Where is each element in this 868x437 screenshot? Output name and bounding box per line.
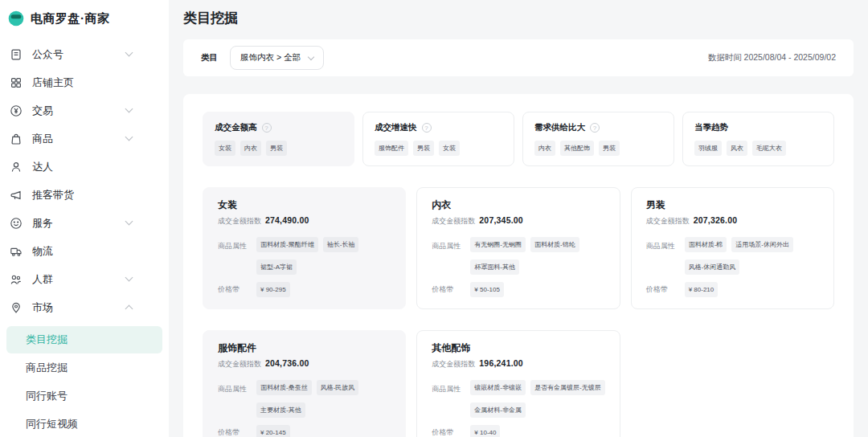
category-tag: 内衣 <box>240 141 261 156</box>
category-card-title: 服饰配件 <box>218 341 391 355</box>
price-label: 价格带 <box>432 427 470 437</box>
attribute-tag: 风格-民族风 <box>317 380 359 395</box>
attribute-tag: 面料材质-棉 <box>685 237 727 252</box>
summary-card-title: 成交金额高 <box>215 122 257 133</box>
sidebar-item-dianpu-zhuye[interactable]: 店铺主页 <box>6 68 162 96</box>
brand-header: 电商罗盘·商家 <box>6 6 162 31</box>
category-card-nanzhuang[interactable]: 男装 成交金额指数 207,326.00 商品属性 面料材质-棉 适用场景-休闲… <box>631 187 834 309</box>
chevron-down-icon <box>125 105 133 113</box>
truck-icon <box>10 245 23 258</box>
help-icon[interactable] <box>262 123 272 133</box>
attribute-tag: 杯罩面料-其他 <box>470 259 519 275</box>
megaphone-icon <box>10 189 23 202</box>
sidebar-item-shangpin[interactable]: 商品 <box>6 125 162 153</box>
summary-card-title: 成交增速快 <box>375 122 417 133</box>
sidebar-subitem-label: 类目挖掘 <box>26 333 68 347</box>
help-icon[interactable] <box>590 123 600 133</box>
sidebar-item-label: 店铺主页 <box>32 76 74 90</box>
category-card-qita-peishi[interactable]: 其他配饰 成交金额指数 196,241.00 商品属性 镶嵌材质-非镶嵌 是否有… <box>416 330 620 437</box>
attribute-tag: 适用场景-休闲外出 <box>731 237 793 252</box>
sidebar-item-gongzhonghao[interactable]: 公众号 <box>6 40 162 68</box>
price-label: 价格带 <box>218 284 256 295</box>
index-label: 成交金额指数 <box>432 216 475 227</box>
category-card-grid: 女装 成交金额指数 274,490.00 商品属性 面料材质-聚酯纤维 袖长-长… <box>203 187 834 437</box>
sidebar-item-label: 达人 <box>32 160 53 174</box>
category-card-title: 女装 <box>218 198 391 212</box>
attrs-label: 商品属性 <box>218 237 256 275</box>
index-label: 成交金额指数 <box>432 359 475 370</box>
category-tag: 服饰配件 <box>375 141 408 156</box>
attribute-tag: 裙型-A字裙 <box>256 259 297 275</box>
data-time-range: 数据时间 2025/08/04 - 2025/09/02 <box>708 52 836 63</box>
category-tag: 风衣 <box>727 141 747 156</box>
bag-icon <box>10 133 23 145</box>
chevron-down-icon <box>125 133 133 141</box>
smiley-icon <box>10 217 23 230</box>
sidebar-subitem-label: 商品挖掘 <box>26 361 68 375</box>
category-tag: 男装 <box>266 141 287 156</box>
index-value: 207,345.00 <box>479 215 523 225</box>
attribute-tag: 主要材质-其他 <box>256 402 305 418</box>
category-tag: 内衣 <box>534 141 555 156</box>
summary-card-demand-supply[interactable]: 需求供给比大 内衣 其他配饰 男装 <box>522 112 674 166</box>
sidebar-item-wuliu[interactable]: 物流 <box>6 237 162 265</box>
attribute-tag: 是否有金属镀层-无镀层 <box>530 380 605 395</box>
price-label: 价格带 <box>646 284 685 295</box>
category-card-neiyi[interactable]: 内衣 成交金额指数 207,345.00 商品属性 有无钢圈-无钢圈 面料材质-… <box>416 187 620 309</box>
sidebar-item-label: 物流 <box>32 244 53 259</box>
sidebar-item-label: 商品 <box>32 132 53 146</box>
yen-circle-icon <box>10 104 23 117</box>
sidebar-item-label: 市场 <box>32 300 53 315</box>
app-logo-icon <box>8 10 24 27</box>
category-tag: 女装 <box>215 141 235 156</box>
summary-card-growth-fast[interactable]: 成交增速快 服饰配件 男装 女装 <box>362 112 514 166</box>
sidebar-item-fuwu[interactable]: 服务 <box>6 209 162 237</box>
sidebar-nav: 公众号 店铺主页 交易 商品 达人 <box>6 40 162 437</box>
category-card-fushi-peijian[interactable]: 服饰配件 成交金额指数 204,736.00 商品属性 面料材质-桑蚕丝 风格-… <box>203 330 406 437</box>
index-value: 274,490.00 <box>265 215 309 225</box>
sidebar-item-label: 公众号 <box>32 47 63 62</box>
chevron-up-icon <box>125 305 133 313</box>
category-dropdown[interactable]: 服饰内衣 > 全部 <box>230 46 324 70</box>
summary-card-title: 当季趋势 <box>694 122 728 133</box>
summary-card-season-trend[interactable]: 当季趋势 羽绒服 风衣 毛呢大衣 <box>682 112 834 166</box>
index-label: 成交金额指数 <box>218 359 261 370</box>
attribute-tag: 面料材质-锦纶 <box>530 237 579 252</box>
summary-card-title: 需求供给比大 <box>534 122 585 133</box>
attrs-label: 商品属性 <box>218 380 256 418</box>
category-card-nvzhuang[interactable]: 女装 成交金额指数 274,490.00 商品属性 面料材质-聚酯纤维 袖长-长… <box>203 187 406 309</box>
index-value: 207,326.00 <box>694 215 738 225</box>
attribute-tag: 有无钢圈-无钢圈 <box>470 237 526 252</box>
sidebar-item-label: 服务 <box>32 216 53 231</box>
price-band-tag: ¥ 20-145 <box>256 425 290 437</box>
price-label: 价格带 <box>218 427 256 437</box>
sidebar-item-leimu-wajue[interactable]: 类目挖掘 <box>6 326 162 353</box>
attrs-label: 商品属性 <box>432 237 470 275</box>
sidebar-item-tonghang-zhanghao[interactable]: 同行账号 <box>6 382 162 410</box>
filter-bar: 类目 服饰内衣 > 全部 数据时间 2025/08/04 - 2025/09/0… <box>183 39 854 76</box>
attribute-tag: 风格-休闲通勤风 <box>685 259 740 275</box>
app-title: 电商罗盘·商家 <box>31 11 110 27</box>
price-band-tag: ¥ 10-40 <box>470 425 500 437</box>
sidebar-subitem-label: 同行短视频 <box>26 417 78 431</box>
index-label: 成交金额指数 <box>646 216 690 227</box>
sidebar-item-shichang[interactable]: 市场 <box>6 293 162 321</box>
category-card-title: 男装 <box>646 198 819 212</box>
sidebar-item-shangpin-wajue[interactable]: 商品挖掘 <box>6 354 162 382</box>
category-tag: 男装 <box>599 141 620 156</box>
sidebar-item-tuike-daihuo[interactable]: 推客带货 <box>6 181 162 209</box>
pin-icon <box>10 301 23 314</box>
sidebar-item-label: 人群 <box>32 272 53 287</box>
sidebar: 电商罗盘·商家 公众号 店铺主页 交易 商品 <box>0 0 169 437</box>
sidebar-item-renqun[interactable]: 人群 <box>6 265 162 293</box>
sidebar-item-daren[interactable]: 达人 <box>6 153 162 181</box>
price-label: 价格带 <box>432 284 470 295</box>
summary-card-gmv-high[interactable]: 成交金额高 女装 内衣 男装 <box>203 112 354 166</box>
help-icon[interactable] <box>422 123 432 133</box>
people-icon <box>10 273 23 286</box>
attribute-tag: 面料材质-聚酯纤维 <box>256 237 318 252</box>
content-panel: 成交金额高 女装 内衣 男装 成交增速快 服饰配件 男装 女装 <box>183 94 854 437</box>
sidebar-item-jiaoyi[interactable]: 交易 <box>6 96 162 125</box>
sidebar-item-tonghang-duanshipin[interactable]: 同行短视频 <box>6 410 162 437</box>
attrs-label: 商品属性 <box>432 380 470 418</box>
